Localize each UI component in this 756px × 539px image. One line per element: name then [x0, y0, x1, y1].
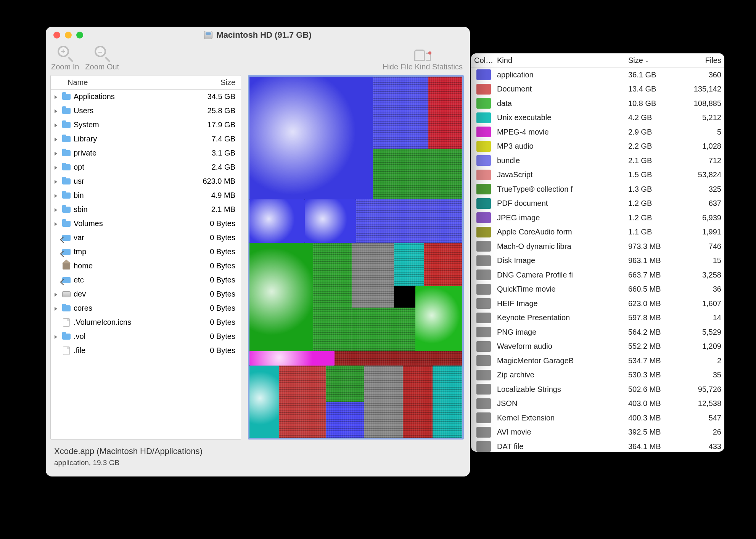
disclosure-triangle[interactable]	[51, 149, 61, 157]
disclosure-triangle[interactable]	[51, 163, 61, 172]
file-kind-statistics-window[interactable]: Col… Kind Size ⌄ Files application36.1 G…	[471, 53, 724, 452]
zoom-out-button[interactable]: – Zoom Out	[85, 46, 119, 71]
stats-row[interactable]: PDF document1.2 GB637	[471, 196, 724, 211]
treemap-block[interactable]	[305, 199, 356, 243]
tree-row[interactable]: private3.1 GB	[51, 146, 241, 160]
main-window[interactable]: Macintosh HD (91.7 GB) + Zoom In – Zoom …	[46, 27, 470, 476]
tree-row[interactable]: .vol0 Bytes	[51, 329, 241, 343]
tree-col-size-header[interactable]: Size	[187, 78, 241, 87]
stats-row[interactable]: Kernel Extension400.3 MB547	[471, 411, 724, 425]
tree-row[interactable]: Applications34.5 GB	[51, 90, 241, 104]
stats-col-files-header[interactable]: Files	[675, 56, 724, 65]
stats-row[interactable]: QuickTime movie660.5 MB36	[471, 282, 724, 297]
close-window-button[interactable]	[53, 32, 60, 38]
stats-row[interactable]: JSON403.0 MB12,538	[471, 396, 724, 411]
disclosure-triangle[interactable]	[51, 205, 61, 214]
stats-row[interactable]: JPEG image1.2 GB6,939	[471, 210, 724, 225]
disclosure-triangle[interactable]	[51, 332, 61, 341]
tree-row[interactable]: sbin2.1 MB	[51, 202, 241, 217]
treemap-block[interactable]	[335, 351, 462, 366]
folder-tree-pane[interactable]: Name Size Applications34.5 GBUsers25.8 G…	[50, 75, 241, 440]
zoom-in-button[interactable]: + Zoom In	[51, 46, 79, 71]
tree-row[interactable]: System17.9 GB	[51, 118, 241, 132]
treemap-block[interactable]	[356, 199, 462, 243]
stats-row[interactable]: AVI movie392.5 MB26	[471, 425, 724, 440]
stats-row[interactable]: MagicMentor GarageB534.7 MB2	[471, 353, 724, 368]
treemap-block[interactable]	[249, 199, 305, 243]
disclosure-triangle[interactable]	[51, 304, 61, 313]
disclosure-triangle[interactable]	[51, 177, 61, 186]
minimize-window-button[interactable]	[65, 32, 72, 38]
stats-row[interactable]: TrueType® collection f1.3 GB325	[471, 182, 724, 196]
stats-col-color-header[interactable]: Col…	[471, 56, 494, 65]
tree-row[interactable]: Users25.8 GB	[51, 104, 241, 118]
treemap-block[interactable]	[403, 366, 433, 438]
disclosure-triangle[interactable]	[51, 92, 61, 101]
treemap-block[interactable]	[352, 243, 394, 308]
disclosure-triangle[interactable]	[51, 219, 61, 228]
treemap-block[interactable]	[373, 77, 428, 149]
stats-row[interactable]: MP3 audio2.2 GB1,028	[471, 139, 724, 154]
stats-row[interactable]: data10.8 GB108,885	[471, 96, 724, 111]
treemap-block[interactable]	[249, 243, 313, 351]
stats-row[interactable]: MPEG-4 movie2.9 GB5	[471, 125, 724, 139]
treemap-block[interactable]	[433, 366, 462, 438]
stats-row[interactable]: Localizable Strings502.6 MB95,726	[471, 382, 724, 396]
stats-row[interactable]: application36.1 GB360	[471, 67, 724, 82]
stats-col-kind-header[interactable]: Kind	[494, 56, 625, 65]
stats-row[interactable]: DNG Camera Profile fi663.7 MB3,258	[471, 268, 724, 282]
stats-row[interactable]: Keynote Presentation597.8 MB14	[471, 311, 724, 325]
stats-table-body[interactable]: application36.1 GB360Document13.4 GB135,…	[471, 67, 724, 452]
stats-row[interactable]: bundle2.1 GB712	[471, 153, 724, 168]
tree-row[interactable]: Library7.4 GB	[51, 132, 241, 146]
tree-row[interactable]: cores0 Bytes	[51, 301, 241, 315]
treemap-pane[interactable]	[248, 75, 464, 440]
tree-row[interactable]: tmp0 Bytes	[51, 245, 241, 259]
stats-row[interactable]: Document13.4 GB135,142	[471, 82, 724, 96]
titlebar[interactable]: Macintosh HD (91.7 GB)	[46, 27, 470, 43]
stats-row[interactable]: HEIF Image623.0 MB1,607	[471, 296, 724, 311]
treemap-block[interactable]	[249, 351, 335, 366]
tree-row[interactable]: var0 Bytes	[51, 231, 241, 245]
disclosure-triangle[interactable]	[51, 120, 61, 129]
tree-body[interactable]: Applications34.5 GBUsers25.8 GBSystem17.…	[51, 90, 241, 358]
treemap-block[interactable]	[279, 366, 326, 438]
stats-col-size-header[interactable]: Size ⌄	[625, 56, 675, 65]
treemap-block[interactable]	[394, 243, 424, 286]
tree-row[interactable]: Volumes0 Bytes	[51, 217, 241, 231]
stats-row[interactable]: JavaScript1.5 GB53,824	[471, 168, 724, 182]
tree-row[interactable]: opt2.4 GB	[51, 160, 241, 174]
tree-row[interactable]: bin4.9 MB	[51, 188, 241, 202]
disclosure-triangle[interactable]	[51, 135, 61, 143]
treemap-block[interactable]	[326, 366, 364, 402]
stats-row[interactable]: Zip archive530.3 MB35	[471, 368, 724, 382]
tree-row[interactable]: usr623.0 MB	[51, 174, 241, 188]
treemap-block[interactable]	[249, 77, 373, 199]
stats-row[interactable]: Apple CoreAudio form1.1 GB1,991	[471, 225, 724, 239]
disclosure-triangle[interactable]	[51, 191, 61, 200]
tree-row[interactable]: home0 Bytes	[51, 259, 241, 273]
disclosure-triangle[interactable]	[51, 290, 61, 298]
treemap-block[interactable]	[313, 243, 351, 351]
toggle-statistics-button[interactable]: Hide File Kind Statistics	[381, 46, 465, 71]
stats-row[interactable]: PNG image564.2 MB5,529	[471, 325, 724, 339]
tree-row[interactable]: dev0 Bytes	[51, 287, 241, 301]
tree-col-name-header[interactable]: Name	[51, 78, 187, 87]
stats-row[interactable]: DAT file364.1 MB433	[471, 439, 724, 452]
disclosure-triangle[interactable]	[51, 106, 61, 115]
treemap-block[interactable]	[249, 366, 279, 438]
treemap-block[interactable]	[326, 402, 364, 438]
zoom-window-button[interactable]	[76, 32, 83, 38]
treemap-block[interactable]	[428, 77, 462, 149]
treemap-block[interactable]	[373, 149, 462, 200]
tree-row[interactable]: .file0 Bytes	[51, 343, 241, 358]
treemap-block[interactable]	[364, 366, 402, 438]
tree-row[interactable]: etc0 Bytes	[51, 273, 241, 287]
stats-row[interactable]: Mach-O dynamic libra973.3 MB746	[471, 239, 724, 253]
stats-row[interactable]: Unix executable4.2 GB5,212	[471, 111, 724, 125]
stats-row[interactable]: Waveform audio552.2 MB1,209	[471, 339, 724, 354]
stats-row[interactable]: Disk Image963.1 MB15	[471, 253, 724, 268]
treemap-block[interactable]	[352, 308, 415, 351]
treemap-block[interactable]	[415, 286, 462, 351]
tree-row[interactable]: .VolumeIcon.icns0 Bytes	[51, 315, 241, 329]
